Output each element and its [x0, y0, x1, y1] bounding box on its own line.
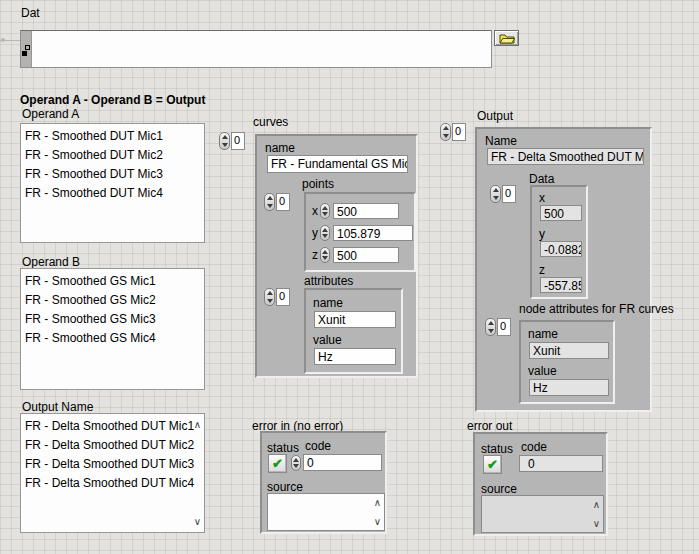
data-index-value[interactable]: 0 — [502, 185, 516, 203]
point-x-field[interactable]: 500 — [333, 203, 399, 219]
page-title: Operand A - Operand B = Output — [20, 94, 205, 107]
list-item[interactable]: FR - Smoothed DUT Mic1 — [25, 127, 202, 146]
operand-a-listbox[interactable]: FR - Smoothed DUT Mic1 FR - Smoothed DUT… — [20, 123, 205, 243]
scroll-up-icon[interactable]: ∧ — [593, 500, 600, 510]
spinner-arrows-icon[interactable] — [264, 288, 275, 306]
list-item[interactable]: FR - Smoothed GS Mic1 — [25, 272, 202, 291]
point-z-spinner[interactable] — [320, 247, 331, 263]
attributes-index-value[interactable]: 0 — [276, 288, 290, 306]
error-in-cluster: status code ✔ 0 source ∧ ∨ — [260, 431, 387, 534]
error-out-status-indicator: ✔ — [483, 455, 502, 474]
data-cluster: x 500 y -0.08823 z -557.857 — [530, 185, 588, 299]
attributes-index-spinner[interactable]: 0 — [264, 288, 290, 306]
error-in-code-spinner[interactable] — [291, 455, 302, 471]
spinner-arrows-icon[interactable] — [320, 247, 330, 263]
error-out-source-field: ∧ ∨ — [481, 495, 604, 533]
point-z-field[interactable]: 500 — [333, 247, 399, 263]
list-item[interactable]: FR - Smoothed GS Mic4 — [25, 329, 202, 348]
check-icon: ✔ — [272, 457, 283, 470]
list-item[interactable]: FR - Smoothed GS Mic2 — [25, 291, 202, 310]
error-out-cluster: status code ✔ 0 source ∧ ∨ — [473, 432, 608, 536]
spinner-arrows-icon[interactable] — [219, 132, 230, 150]
error-in-status-button[interactable]: ✔ — [268, 454, 287, 473]
attributes-cluster: name Xunit value Hz — [304, 288, 403, 374]
node-attr-value-field: Hz — [529, 379, 609, 396]
curve-name-field[interactable]: FR - Fundamental GS Mic1 — [267, 155, 408, 173]
attribute-name-field[interactable]: Xunit — [314, 311, 396, 328]
points-cluster: x 500 y 105.879 z 500 — [304, 192, 416, 272]
node-attributes-label: node attributes for FR curves — [519, 303, 674, 316]
curves-cluster: name FR - Fundamental GS Mic1 points 0 x… — [255, 134, 418, 378]
points-index-spinner[interactable]: 0 — [264, 193, 290, 211]
list-item[interactable]: FR - Delta Smoothed DUT Mic3 — [25, 455, 202, 474]
spinner-arrows-icon[interactable] — [291, 455, 301, 471]
attributes-label: attributes — [304, 275, 353, 288]
spinner-arrows-icon[interactable] — [320, 203, 330, 219]
output-index-value[interactable]: 0 — [452, 123, 466, 141]
error-in-code-label: code — [305, 440, 331, 453]
curves-index-value[interactable]: 0 — [231, 132, 245, 150]
path-control-label: Dat — [21, 7, 40, 20]
scroll-up-icon[interactable]: ∧ — [194, 420, 201, 430]
output-cluster: Name FR - Delta Smoothed DUT Mic1 Data 0… — [475, 127, 652, 412]
point-x-spinner[interactable] — [320, 203, 331, 219]
data-index-spinner[interactable]: 0 — [490, 185, 516, 203]
path-type-strip — [21, 31, 32, 67]
spinner-arrows-icon[interactable] — [440, 123, 451, 141]
spinner-arrows-icon[interactable] — [264, 193, 275, 211]
output-name-field-label: Name — [485, 135, 517, 148]
point-x-label: x — [312, 205, 318, 218]
path-symbol-icon — [22, 45, 30, 57]
operand-b-listbox[interactable]: FR - Smoothed GS Mic1 FR - Smoothed GS M… — [20, 268, 205, 390]
node-attributes-index-value[interactable]: 0 — [497, 318, 511, 336]
point-y-spinner[interactable] — [320, 225, 331, 241]
folder-icon — [499, 33, 515, 44]
data-z-field: -557.857 — [540, 277, 582, 293]
wire-terminal-dot — [1, 38, 5, 42]
spinner-arrows-icon[interactable] — [485, 318, 496, 336]
error-out-code-field: 0 — [519, 455, 603, 472]
scroll-down-icon[interactable]: ∨ — [593, 519, 600, 529]
point-y-field[interactable]: 105.879 — [333, 225, 413, 241]
node-attr-name-label: name — [528, 328, 558, 341]
spinner-arrows-icon[interactable] — [490, 185, 501, 203]
node-attr-name-field: Xunit — [529, 342, 609, 359]
output-name-field: FR - Delta Smoothed DUT Mic1 — [487, 148, 644, 165]
curves-label: curves — [253, 116, 288, 129]
output-name-listbox[interactable]: FR - Delta Smoothed DUT Mic1 FR - Delta … — [20, 413, 205, 533]
node-attributes-index-spinner[interactable]: 0 — [485, 318, 511, 336]
browse-button[interactable] — [494, 30, 519, 46]
data-y-label: y — [539, 228, 545, 241]
point-z-label: z — [312, 249, 318, 262]
data-y-field: -0.08823 — [540, 241, 582, 257]
data-x-field: 500 — [540, 205, 582, 221]
list-item[interactable]: FR - Smoothed DUT Mic2 — [25, 146, 202, 165]
error-in-code-field[interactable]: 0 — [303, 454, 382, 471]
path-input[interactable] — [20, 30, 492, 68]
scroll-up-icon[interactable]: ∧ — [374, 498, 381, 508]
scroll-down-icon[interactable]: ∨ — [374, 517, 381, 527]
curves-index-spinner[interactable]: 0 — [219, 132, 245, 150]
list-item[interactable]: FR - Smoothed DUT Mic3 — [25, 165, 202, 184]
list-item[interactable]: FR - Smoothed GS Mic3 — [25, 310, 202, 329]
list-item[interactable]: FR - Delta Smoothed DUT Mic2 — [25, 436, 202, 455]
node-attributes-cluster: name Xunit value Hz — [519, 320, 615, 404]
curve-name-label: name — [265, 142, 295, 155]
list-item[interactable]: FR - Delta Smoothed DUT Mic1 — [25, 417, 202, 436]
check-icon: ✔ — [487, 458, 498, 471]
attribute-value-label: value — [313, 334, 342, 347]
error-in-source-field[interactable]: ∧ ∨ — [267, 493, 385, 531]
list-item[interactable]: FR - Delta Smoothed DUT Mic4 — [25, 474, 202, 493]
node-attr-value-label: value — [528, 365, 557, 378]
point-y-label: y — [312, 227, 318, 240]
points-index-value[interactable]: 0 — [276, 193, 290, 211]
operand-a-label: Operand A — [22, 108, 79, 121]
output-label: Output — [477, 110, 513, 123]
points-label: points — [302, 178, 334, 191]
error-out-code-label: code — [521, 441, 547, 454]
output-index-spinner[interactable]: 0 — [440, 123, 466, 141]
spinner-arrows-icon[interactable] — [320, 225, 330, 241]
scroll-down-icon[interactable]: ∨ — [194, 517, 201, 527]
attribute-value-field[interactable]: Hz — [314, 348, 396, 365]
list-item[interactable]: FR - Smoothed DUT Mic4 — [25, 184, 202, 203]
